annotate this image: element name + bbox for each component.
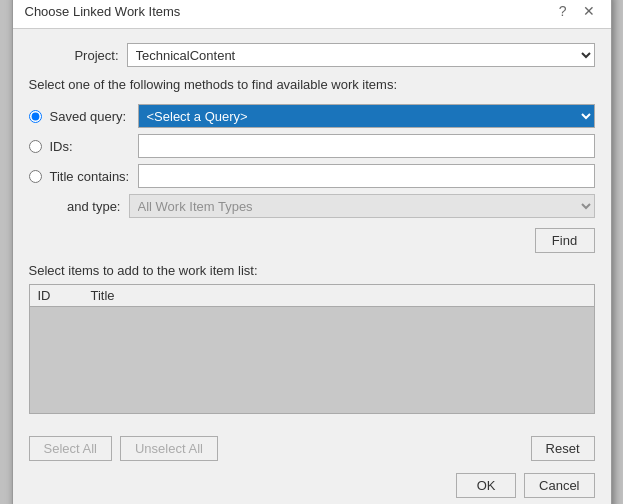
work-items-section: Select items to add to the work item lis…	[29, 263, 595, 414]
title-bar-controls: ? ✕	[555, 2, 599, 20]
ids-radio[interactable]	[29, 140, 42, 153]
title-column-header: Title	[91, 288, 115, 303]
choose-linked-work-items-dialog: Choose Linked Work Items ? ✕ Project: Te…	[12, 0, 612, 504]
bottom-buttons: Select All Unselect All Reset	[13, 428, 611, 473]
dialog-body: Project: TechnicalContent Select one of …	[13, 29, 611, 428]
find-button-row: Find	[29, 228, 595, 253]
help-button[interactable]: ?	[555, 2, 571, 20]
title-contains-row: Title contains:	[29, 164, 595, 188]
table-body	[30, 307, 594, 412]
find-button[interactable]: Find	[535, 228, 595, 253]
title-bar: Choose Linked Work Items ? ✕	[13, 0, 611, 29]
saved-query-select[interactable]: <Select a Query>	[138, 104, 595, 128]
project-select[interactable]: TechnicalContent	[127, 43, 595, 67]
method-radio-group: Saved query: <Select a Query> IDs: Title…	[29, 104, 595, 218]
instruction-text: Select one of the following methods to f…	[29, 77, 595, 92]
ids-label: IDs:	[50, 139, 130, 154]
work-item-table: ID Title	[29, 284, 595, 414]
title-contains-input[interactable]	[138, 164, 595, 188]
unselect-all-button[interactable]: Unselect All	[120, 436, 218, 461]
type-select[interactable]: All Work Item Types	[129, 194, 595, 218]
ids-row: IDs:	[29, 134, 595, 158]
saved-query-row: Saved query: <Select a Query>	[29, 104, 595, 128]
bottom-right-buttons: Reset	[531, 436, 595, 461]
table-header: ID Title	[30, 285, 594, 307]
title-contains-label: Title contains:	[50, 169, 130, 184]
close-button[interactable]: ✕	[579, 2, 599, 20]
reset-button[interactable]: Reset	[531, 436, 595, 461]
title-contains-radio[interactable]	[29, 170, 42, 183]
saved-query-radio[interactable]	[29, 110, 42, 123]
dialog-title: Choose Linked Work Items	[25, 4, 181, 19]
and-type-label: and type:	[53, 199, 121, 214]
project-row: Project: TechnicalContent	[29, 43, 595, 67]
ok-cancel-row: OK Cancel	[13, 473, 611, 504]
ok-button[interactable]: OK	[456, 473, 516, 498]
saved-query-label: Saved query:	[50, 109, 130, 124]
cancel-button[interactable]: Cancel	[524, 473, 594, 498]
bottom-left-buttons: Select All Unselect All	[29, 436, 218, 461]
project-label: Project:	[29, 48, 119, 63]
select-all-button[interactable]: Select All	[29, 436, 112, 461]
work-items-label: Select items to add to the work item lis…	[29, 263, 595, 278]
and-type-row: and type: All Work Item Types	[29, 194, 595, 218]
id-column-header: ID	[38, 288, 51, 303]
ids-input[interactable]	[138, 134, 595, 158]
